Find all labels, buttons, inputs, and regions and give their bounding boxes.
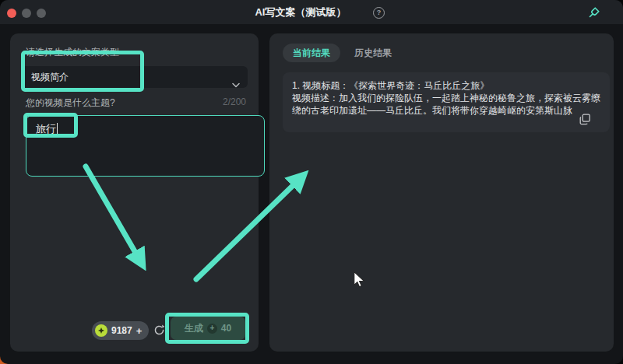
tab-current-results[interactable]: 当前结果 — [283, 44, 340, 62]
tab-history-results[interactable]: 历史结果 — [353, 44, 393, 62]
results-tabs: 当前结果 历史结果 — [283, 44, 393, 62]
result-card: 1. 视频标题：《探索世界奇迹：马丘比丘之旅》 视频描述：加入我们的探险队伍，一… — [283, 72, 610, 132]
add-credits-button[interactable]: + — [136, 326, 143, 336]
results-panel: 当前结果 历史结果 1. 视频标题：《探索世界奇迹：马丘比丘之旅》 视频描述：加… — [269, 33, 614, 352]
annotation-rect-topic-input — [23, 113, 78, 138]
coin-icon — [95, 324, 107, 337]
annotation-rect-dropdown — [21, 51, 144, 92]
minimize-window-button[interactable] — [22, 9, 31, 18]
result-description-line: 视频描述：加入我们的探险队伍，一起踏上神秘的秘鲁之旅，探索被云雾缭绕的古老印加遗… — [292, 92, 600, 117]
result-title-line: 1. 视频标题：《探索世界奇迹：马丘比丘之旅》 — [292, 79, 600, 92]
credit-balance-pill[interactable]: 9187 + — [92, 321, 149, 340]
help-icon[interactable]: ? — [373, 7, 385, 19]
copy-icon[interactable] — [579, 114, 591, 125]
zoom-window-button[interactable] — [37, 9, 46, 18]
char-counter: 2/200 — [223, 96, 246, 107]
window-title: AI写文案（测试版） — [255, 0, 346, 24]
close-window-button[interactable] — [7, 9, 16, 18]
titlebar: AI写文案（测试版） ? — [0, 0, 623, 24]
annotation-rect-generate-button — [165, 313, 249, 344]
chevron-down-icon — [232, 74, 240, 96]
credit-balance: 9187 — [111, 325, 132, 336]
topic-question-label: 您的视频是什么主题? — [26, 96, 115, 110]
app-window: AI写文案（测试版） ? 请选择生成的文案类型 视频简介 您的视频是什么主题? … — [0, 0, 623, 364]
refresh-icon[interactable] — [153, 324, 166, 337]
pin-icon[interactable] — [586, 5, 601, 21]
